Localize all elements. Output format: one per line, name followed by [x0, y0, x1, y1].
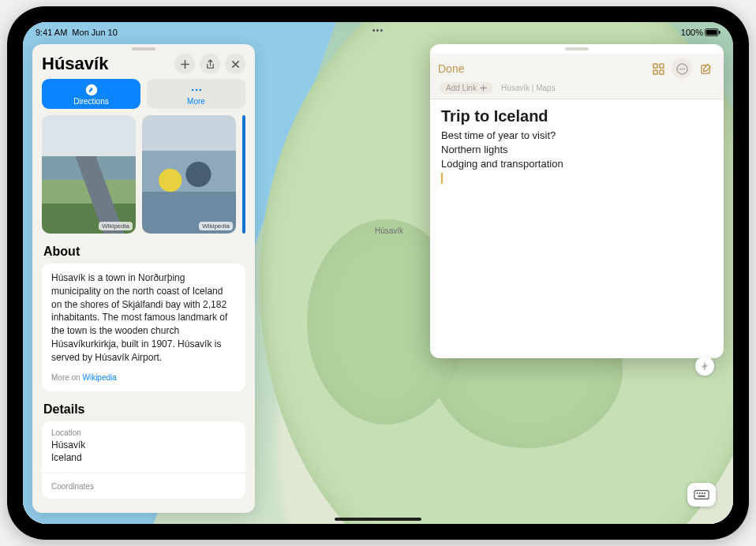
notes-context-breadcrumb[interactable]: Húsavík | Maps — [501, 84, 556, 92]
about-heading: About — [32, 234, 255, 264]
about-source-link[interactable]: Wikipedia — [82, 373, 116, 382]
photo-1[interactable]: Wikipedia — [42, 115, 136, 234]
svg-rect-21 — [698, 496, 705, 497]
more-options-icon[interactable] — [672, 58, 692, 79]
about-source-prefix: More on — [51, 373, 82, 382]
svg-point-6 — [199, 89, 201, 92]
svg-point-14 — [683, 68, 685, 69]
detail-location-line2: Iceland — [51, 451, 236, 465]
photo-source-tag: Wikipedia — [99, 222, 133, 230]
svg-rect-2 — [719, 31, 720, 34]
photo-source-tag: Wikipedia — [199, 222, 233, 230]
maps-place-card: Húsavík Directions More — [32, 44, 255, 513]
text-caret — [441, 173, 443, 184]
notes-toolbar: Done Add Link Húsaví — [430, 54, 724, 99]
svg-rect-17 — [697, 492, 698, 494]
svg-rect-9 — [653, 69, 657, 73]
add-link-button[interactable]: Add Link — [440, 82, 493, 94]
notes-editor[interactable]: Trip to Iceland Best time of year to vis… — [430, 99, 724, 358]
svg-point-4 — [191, 89, 193, 92]
add-button[interactable] — [174, 54, 195, 74]
card-grabber[interactable] — [132, 47, 155, 50]
svg-point-13 — [681, 68, 683, 69]
notes-grabber[interactable] — [565, 47, 589, 50]
multitasking-menu-icon[interactable]: ••• — [372, 25, 384, 35]
svg-rect-19 — [702, 492, 703, 494]
photo-carousel[interactable]: Wikipedia Wikipedia — [32, 115, 255, 234]
directions-button[interactable]: Directions — [42, 79, 140, 109]
svg-rect-8 — [659, 63, 663, 67]
note-title[interactable]: Trip to Iceland — [441, 107, 713, 125]
note-line-1[interactable]: Best time of year to visit? — [441, 129, 713, 143]
photo-3-peek[interactable] — [242, 115, 245, 234]
svg-rect-7 — [653, 63, 657, 67]
done-button[interactable]: Done — [438, 62, 645, 75]
note-line-3[interactable]: Lodging and transportation — [441, 157, 713, 171]
details-card: Location Húsavík Iceland Coordinates — [42, 421, 245, 499]
svg-rect-10 — [659, 69, 663, 73]
photo-2[interactable]: Wikipedia — [142, 115, 236, 234]
keyboard-button[interactable] — [687, 483, 716, 507]
status-time: 9:41 AM — [36, 28, 67, 37]
gallery-view-icon[interactable] — [648, 58, 668, 79]
notes-quick-note-panel: Done Add Link Húsaví — [430, 44, 724, 358]
note-line-2[interactable]: Northern lights — [441, 143, 713, 157]
home-indicator[interactable] — [335, 518, 421, 521]
ipad-frame: Húsavík 9:41 AM Mon Jun 10 100% ••• — [7, 6, 749, 540]
screen: Húsavík 9:41 AM Mon Jun 10 100% ••• — [23, 22, 733, 524]
close-button[interactable] — [225, 54, 245, 74]
detail-coordinates-label: Coordinates — [51, 481, 236, 492]
svg-point-12 — [679, 68, 680, 69]
map-label-husavik[interactable]: Húsavík — [372, 226, 406, 236]
place-title: Húsavík — [42, 54, 170, 74]
compass-button[interactable] — [695, 357, 714, 376]
about-text: Húsavík is a town in Norðurþing municipa… — [51, 271, 236, 365]
compose-icon[interactable] — [695, 58, 716, 79]
svg-rect-16 — [694, 491, 709, 499]
detail-location-line1: Húsavík — [51, 439, 236, 452]
battery-indicator: 100% — [681, 28, 720, 37]
svg-rect-18 — [699, 492, 701, 494]
svg-point-5 — [195, 89, 197, 92]
svg-rect-20 — [704, 492, 705, 494]
more-button[interactable]: More — [147, 79, 245, 109]
status-date: Mon Jun 10 — [72, 28, 117, 37]
details-heading: Details — [32, 391, 255, 421]
about-card: Húsavík is a town in Norðurþing municipa… — [42, 264, 245, 391]
detail-location-label: Location — [51, 428, 236, 439]
directions-label: Directions — [73, 97, 108, 106]
svg-rect-1 — [706, 30, 717, 36]
share-button[interactable] — [200, 54, 220, 74]
more-label: More — [187, 97, 205, 106]
